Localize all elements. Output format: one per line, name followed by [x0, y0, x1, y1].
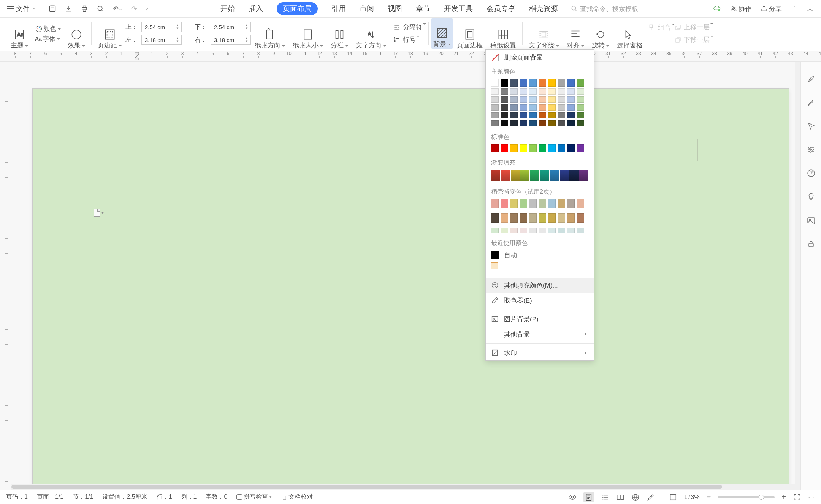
color-swatch[interactable]	[558, 104, 565, 111]
align-icon[interactable]	[569, 28, 582, 41]
color-swatch[interactable]	[567, 213, 575, 223]
tab-references[interactable]: 引用	[331, 4, 346, 14]
border-icon[interactable]	[463, 28, 476, 41]
gradient-swatch[interactable]	[511, 170, 520, 181]
color-swatch[interactable]	[577, 88, 584, 95]
rocket-icon[interactable]	[807, 74, 816, 84]
margin-left-input[interactable]: 3.18 cm▲▼	[141, 35, 182, 45]
papersize-icon[interactable]	[301, 28, 314, 41]
zoom-value[interactable]: 173%	[684, 494, 700, 501]
color-swatch[interactable]	[567, 88, 575, 95]
more-fill-item[interactable]: 其他填充颜色(M)...	[486, 278, 594, 293]
eye-icon[interactable]	[568, 493, 577, 501]
reading-icon[interactable]	[616, 493, 624, 501]
selpane-icon[interactable]	[623, 28, 636, 41]
margin-right-input[interactable]: 3.18 cm▲▼	[211, 35, 251, 45]
columns-icon[interactable]	[333, 28, 346, 41]
color-swatch[interactable]	[577, 144, 584, 152]
color-swatch[interactable]	[501, 88, 508, 95]
color-swatch[interactable]	[491, 112, 499, 118]
status-spell[interactable]: 拼写检查▾	[236, 493, 272, 501]
color-swatch[interactable]	[539, 213, 546, 223]
color-swatch[interactable]	[548, 120, 556, 126]
orientation-icon[interactable]	[263, 28, 276, 41]
break-button[interactable]: 分隔符	[393, 23, 426, 32]
align-button[interactable]: 对齐	[567, 42, 584, 49]
tab-pagelayout[interactable]: 页面布局	[277, 2, 318, 15]
color-swatch[interactable]	[539, 228, 546, 233]
selpane-button[interactable]: 选择窗格	[617, 42, 643, 49]
gradient-swatch[interactable]	[491, 170, 500, 181]
fit-icon[interactable]	[669, 493, 677, 501]
color-swatch[interactable]	[491, 96, 499, 103]
color-swatch[interactable]	[567, 79, 575, 87]
web-icon[interactable]	[631, 493, 640, 501]
color-swatch[interactable]	[520, 144, 527, 152]
color-swatch[interactable]	[501, 120, 508, 126]
color-swatch[interactable]	[520, 120, 527, 126]
redo-button[interactable]: ↷	[131, 5, 137, 13]
theme-icon[interactable]: Aa	[13, 28, 26, 41]
bulb-icon[interactable]	[807, 192, 816, 201]
papersize-button[interactable]: 纸张大小	[293, 42, 323, 49]
theme-button[interactable]: 主题	[11, 42, 28, 49]
color-swatch[interactable]	[577, 199, 584, 208]
zoom-slider[interactable]	[718, 496, 775, 498]
color-swatch[interactable]	[501, 96, 508, 103]
gradient-swatch[interactable]	[501, 170, 510, 181]
color-swatch[interactable]	[529, 120, 537, 126]
tab-chapter[interactable]: 章节	[416, 4, 430, 14]
export-icon[interactable]	[65, 5, 72, 13]
orientation-button[interactable]: 纸张方向	[255, 42, 285, 49]
color-swatch[interactable]	[548, 104, 556, 111]
color-swatch[interactable]	[510, 79, 518, 87]
tab-view[interactable]: 视图	[388, 4, 402, 14]
vertical-scrollbar[interactable]	[795, 62, 800, 484]
color-swatch[interactable]	[529, 112, 537, 118]
color-swatch[interactable]	[577, 79, 584, 87]
color-swatch[interactable]	[558, 199, 565, 208]
tab-resources[interactable]: 稻壳资源	[529, 4, 558, 14]
color-swatch[interactable]	[548, 228, 556, 233]
color-swatch[interactable]	[558, 88, 565, 95]
color-swatch[interactable]	[520, 199, 527, 208]
print-layout-icon[interactable]	[585, 493, 593, 501]
color-swatch[interactable]	[529, 79, 537, 87]
color-swatch[interactable]	[510, 144, 518, 152]
gradient-swatch[interactable]	[520, 170, 529, 181]
color-swatch[interactable]	[539, 120, 546, 126]
gradient-swatch[interactable]	[560, 170, 569, 181]
status-page-no[interactable]: 页码：1	[6, 493, 28, 501]
textdir-button[interactable]: 文字方向	[356, 42, 386, 49]
color-swatch[interactable]	[548, 199, 556, 208]
color-swatch[interactable]	[577, 228, 584, 233]
print-icon[interactable]	[81, 5, 88, 13]
color-swatch[interactable]	[567, 112, 575, 118]
color-swatch[interactable]	[558, 112, 565, 118]
rotate-icon[interactable]	[594, 28, 607, 41]
color-button[interactable]: 颜色	[35, 25, 61, 33]
color-swatch[interactable]	[529, 88, 537, 95]
watermark-item[interactable]: 水印	[486, 345, 594, 360]
color-swatch[interactable]	[529, 96, 537, 103]
spell-checkbox[interactable]	[236, 494, 242, 500]
color-swatch[interactable]	[567, 144, 575, 152]
color-swatch[interactable]	[510, 228, 518, 233]
color-swatch[interactable]	[577, 104, 584, 111]
color-swatch[interactable]	[567, 104, 575, 111]
horizontal-scrollbar[interactable]	[11, 484, 800, 490]
cursor-icon[interactable]	[807, 122, 816, 131]
other-bg-item[interactable]: 其他背景	[486, 327, 594, 342]
font-button[interactable]: Aa 字体	[35, 36, 61, 42]
zoom-out-button[interactable]: −	[707, 493, 711, 501]
more-icon[interactable]: ⋮	[791, 5, 797, 13]
tab-review[interactable]: 审阅	[360, 4, 374, 14]
color-swatch[interactable]	[491, 88, 499, 95]
color-swatch[interactable]	[510, 199, 518, 208]
search-box[interactable]: 查找命令、搜索模板	[571, 5, 638, 13]
color-swatch[interactable]	[539, 79, 546, 87]
color-swatch[interactable]	[548, 144, 556, 152]
preview-icon[interactable]	[97, 5, 104, 13]
color-swatch[interactable]	[539, 104, 546, 111]
gradient-swatch[interactable]	[530, 170, 539, 181]
